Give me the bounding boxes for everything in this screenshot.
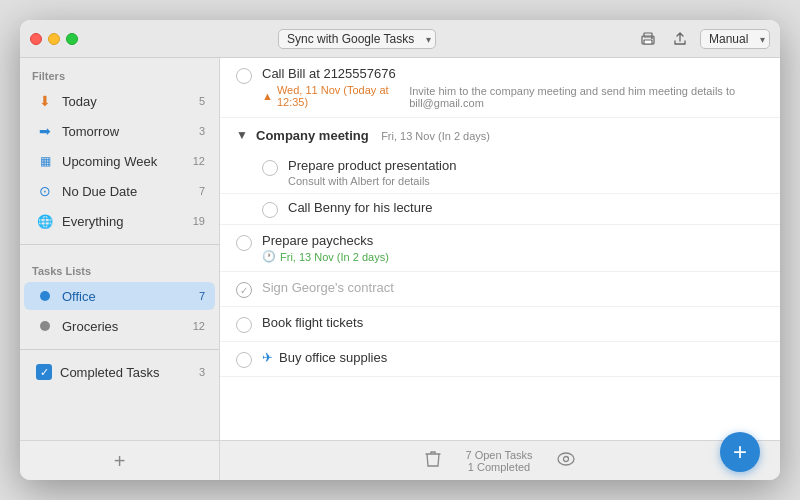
sidebar-badge-tomorrow: 3 — [189, 125, 205, 137]
svg-point-5 — [563, 456, 568, 461]
sidebar-item-tomorrow-label: Tomorrow — [62, 124, 181, 139]
sidebar-item-everything-label: Everything — [62, 214, 181, 229]
sidebar-item-tomorrow[interactable]: ➡ Tomorrow 3 — [24, 117, 215, 145]
tomorrow-icon: ➡ — [36, 122, 54, 140]
task-title-call-bill: Call Bill at 2125557676 — [262, 66, 764, 81]
sidebar-divider-1 — [20, 244, 219, 245]
task-content-contract: Sign George's contract — [262, 280, 764, 295]
completed-checkbox-icon: ✓ — [36, 364, 52, 380]
everything-icon: 🌐 — [36, 212, 54, 230]
content-bottom: 7 Open Tasks 1 Completed — [220, 449, 780, 473]
sidebar-item-groceries[interactable]: Groceries 12 — [24, 312, 215, 340]
navigation-icon: ✈ — [262, 350, 273, 365]
sidebar-item-office[interactable]: Office 7 — [24, 282, 215, 310]
task-date-call-bill: Wed, 11 Nov (Today at 12:35) — [277, 84, 405, 108]
subtask-content-prepare: Prepare product presentation Consult wit… — [288, 158, 764, 187]
sidebar-item-nodue-label: No Due Date — [62, 184, 181, 199]
task-list: Call Bill at 2125557676 ▲ Wed, 11 Nov (T… — [220, 58, 780, 440]
subtask-item-prepare-product[interactable]: Prepare product presentation Consult wit… — [220, 152, 780, 194]
sidebar-item-upcoming[interactable]: ▦ Upcoming Week 12 — [24, 147, 215, 175]
delete-button[interactable] — [425, 450, 441, 472]
subtask-title-benny: Call Benny for his lecture — [288, 200, 764, 215]
svg-point-4 — [558, 453, 574, 465]
sidebar-item-upcoming-label: Upcoming Week — [62, 154, 181, 169]
preview-button[interactable] — [557, 452, 575, 470]
task-item-book-flight[interactable]: Book flight tickets — [220, 307, 780, 342]
subtask-desc-prepare: Consult with Albert for details — [288, 175, 764, 187]
task-meta-call-bill: ▲ Wed, 11 Nov (Today at 12:35) Invite hi… — [262, 83, 764, 109]
subtask-checkbox-benny[interactable] — [262, 202, 278, 218]
share-button[interactable] — [668, 29, 692, 49]
sidebar-badge-upcoming: 12 — [189, 155, 205, 167]
today-icon: ⬇ — [36, 92, 54, 110]
manual-dropdown[interactable]: Manual — [700, 29, 770, 49]
app-window: Sync with Google Tasks — [20, 20, 780, 480]
task-checkbox-call-bill[interactable] — [236, 68, 252, 84]
task-title-contract: Sign George's contract — [262, 280, 764, 295]
sidebar-item-office-label: Office — [62, 289, 181, 304]
sidebar-badge-completed: 3 — [189, 366, 205, 378]
titlebar: Sync with Google Tasks — [20, 20, 780, 58]
sidebar-item-groceries-label: Groceries — [62, 319, 181, 334]
task-item-prepare-paychecks[interactable]: Prepare paychecks 🕐 Fri, 13 Nov (In 2 da… — [220, 225, 780, 272]
group-title-company-meeting: Company meeting — [256, 128, 369, 143]
groceries-dot-icon — [36, 317, 54, 335]
group-date-company-meeting: Fri, 13 Nov (In 2 days) — [381, 130, 490, 142]
task-content-paychecks: Prepare paychecks 🕐 Fri, 13 Nov (In 2 da… — [262, 233, 764, 263]
sidebar-item-today[interactable]: ⬇ Today 5 — [24, 87, 215, 115]
sidebar-item-everything[interactable]: 🌐 Everything 19 — [24, 207, 215, 235]
task-checkbox-flight[interactable] — [236, 317, 252, 333]
sidebar-badge-groceries: 12 — [189, 320, 205, 332]
sidebar-divider-2 — [20, 349, 219, 350]
filters-label: Filters — [20, 58, 219, 86]
task-item-sign-contract[interactable]: Sign George's contract — [220, 272, 780, 307]
task-desc-call-bill: Invite him to the company meeting and se… — [409, 85, 764, 109]
task-content-office-supplies: ✈ Buy office supplies — [262, 350, 764, 365]
fab-button[interactable]: + — [720, 432, 760, 472]
task-title-flight: Book flight tickets — [262, 315, 764, 330]
bottombar: + 7 Open Tasks 1 Completed + — [20, 440, 780, 480]
maximize-button[interactable] — [66, 33, 78, 45]
task-item-call-bill[interactable]: Call Bill at 2125557676 ▲ Wed, 11 Nov (T… — [220, 58, 780, 118]
titlebar-center: Sync with Google Tasks — [86, 29, 628, 49]
task-title-office-supplies: Buy office supplies — [279, 350, 387, 365]
sidebar-bottom: + — [20, 441, 220, 480]
sidebar-item-today-label: Today — [62, 94, 181, 109]
upcoming-icon: ▦ — [36, 152, 54, 170]
add-list-button[interactable]: + — [114, 451, 126, 471]
task-checkbox-paychecks[interactable] — [236, 235, 252, 251]
group-arrow-icon: ▼ — [236, 128, 248, 142]
nodue-icon: ⊙ — [36, 182, 54, 200]
task-item-buy-office[interactable]: ✈ Buy office supplies — [220, 342, 780, 377]
subtask-checkbox-prepare[interactable] — [262, 160, 278, 176]
tasks-lists-label: Tasks Lists — [20, 253, 219, 281]
sidebar-badge-nodue: 7 — [189, 185, 205, 197]
manual-dropdown-wrapper[interactable]: Manual — [700, 29, 770, 49]
sync-dropdown[interactable]: Sync with Google Tasks — [278, 29, 436, 49]
task-meta-paychecks: 🕐 Fri, 13 Nov (In 2 days) — [262, 250, 764, 263]
sidebar: Filters ⬇ Today 5 ➡ Tomorrow 3 ▦ Upcomin… — [20, 58, 220, 440]
group-header-company-meeting[interactable]: ▼ Company meeting Fri, 13 Nov (In 2 days… — [220, 118, 780, 152]
close-button[interactable] — [30, 33, 42, 45]
traffic-lights — [30, 33, 78, 45]
task-checkbox-contract[interactable] — [236, 282, 252, 298]
sidebar-badge-today: 5 — [189, 95, 205, 107]
status-area: 7 Open Tasks 1 Completed — [465, 449, 532, 473]
sidebar-badge-everything: 19 — [189, 215, 205, 227]
minimize-button[interactable] — [48, 33, 60, 45]
print-button[interactable] — [636, 29, 660, 49]
task-content-call-bill: Call Bill at 2125557676 ▲ Wed, 11 Nov (T… — [262, 66, 764, 109]
sidebar-item-completed-label: Completed Tasks — [60, 365, 181, 380]
sidebar-item-completed[interactable]: ✓ Completed Tasks 3 — [24, 359, 215, 385]
sidebar-item-nodue[interactable]: ⊙ No Due Date 7 — [24, 177, 215, 205]
sync-dropdown-wrapper[interactable]: Sync with Google Tasks — [278, 29, 436, 49]
svg-point-3 — [651, 37, 653, 39]
content-area: Call Bill at 2125557676 ▲ Wed, 11 Nov (T… — [220, 58, 780, 440]
task-checkbox-office-supplies[interactable] — [236, 352, 252, 368]
titlebar-right: Manual — [636, 29, 770, 49]
task-title-paychecks: Prepare paychecks — [262, 233, 764, 248]
completed-label: 1 Completed — [465, 461, 532, 473]
subtask-item-call-benny[interactable]: Call Benny for his lecture — [220, 194, 780, 225]
svg-rect-2 — [644, 40, 652, 44]
subtask-content-benny: Call Benny for his lecture — [288, 200, 764, 215]
